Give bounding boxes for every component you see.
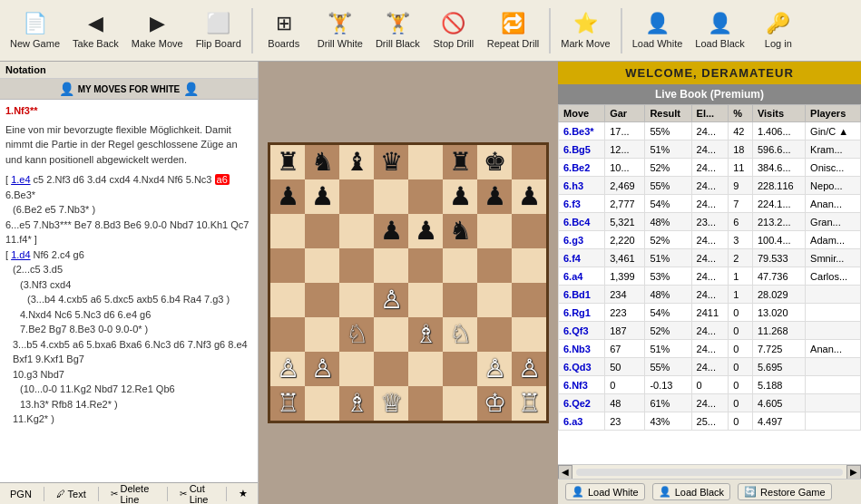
- square-h1[interactable]: ♖: [512, 386, 546, 421]
- square-g8[interactable]: ♚: [477, 145, 512, 179]
- livebook-cell-0[interactable]: 6.Qe2: [559, 394, 605, 412]
- square-f8[interactable]: ♜: [443, 145, 477, 179]
- square-h8[interactable]: [512, 145, 546, 179]
- livebook-cell-0[interactable]: 6.Nf3: [559, 376, 605, 394]
- livebook-cell-0[interactable]: 6.Be2: [559, 159, 605, 177]
- square-e7[interactable]: [408, 179, 443, 214]
- square-f6[interactable]: ♞: [443, 214, 477, 248]
- square-h4[interactable]: [512, 283, 546, 317]
- livebook-cell-0[interactable]: 6.f3: [559, 195, 605, 213]
- square-d1[interactable]: ♕: [374, 386, 408, 421]
- repeat-drill-button[interactable]: 🔁 Repeat Drill: [481, 3, 545, 59]
- square-f4[interactable]: [443, 283, 477, 317]
- square-b8[interactable]: ♞: [305, 145, 339, 179]
- livebook-cell-0[interactable]: 6.h3: [559, 177, 605, 195]
- square-a7[interactable]: ♟: [270, 179, 305, 214]
- new-game-button[interactable]: 📄 New Game: [4, 3, 66, 59]
- square-b7[interactable]: ♟: [305, 179, 339, 214]
- square-g1[interactable]: ♔: [477, 386, 512, 421]
- notation-content[interactable]: 1.Nf3** Eine von mir bevorzugte flexible…: [0, 100, 258, 482]
- square-c8[interactable]: ♝: [339, 145, 374, 179]
- boards-button[interactable]: ⊞ Boards: [257, 3, 311, 59]
- square-f3[interactable]: ♘: [443, 317, 477, 352]
- square-h5[interactable]: [512, 248, 546, 283]
- square-a2[interactable]: ♙: [270, 352, 305, 386]
- stop-drill-button[interactable]: 🚫 Stop Drill: [426, 3, 481, 59]
- square-f5[interactable]: [443, 248, 477, 283]
- livebook-cell-0[interactable]: 6.Bd1: [559, 286, 605, 304]
- square-d2[interactable]: [374, 352, 408, 386]
- square-d8[interactable]: ♛: [374, 145, 408, 179]
- log-in-button[interactable]: 🔑 Log in: [751, 3, 806, 59]
- livebook-cell-0[interactable]: 6.Be3*: [559, 122, 605, 141]
- livebook-cell-0[interactable]: 6.f4: [559, 249, 605, 267]
- make-move-button[interactable]: ▶ Make Move: [125, 3, 190, 59]
- scroll-right-button[interactable]: ▶: [846, 465, 861, 480]
- livebook-cell-0[interactable]: 6.a4: [559, 267, 605, 286]
- square-f2[interactable]: [443, 352, 477, 386]
- square-h6[interactable]: [512, 214, 546, 248]
- bookmark-button[interactable]: ★: [234, 486, 252, 501]
- square-c4[interactable]: [339, 283, 374, 317]
- scroll-left-button[interactable]: ◀: [558, 465, 572, 480]
- square-h3[interactable]: [512, 317, 546, 352]
- square-d3[interactable]: [374, 317, 408, 352]
- square-a1[interactable]: ♖: [270, 386, 305, 421]
- cut-line-button[interactable]: ✂ Cut Line: [175, 481, 220, 505]
- square-c1[interactable]: ♗: [339, 386, 374, 421]
- square-d6[interactable]: ♟: [374, 214, 408, 248]
- square-e4[interactable]: [408, 283, 443, 317]
- square-c2[interactable]: [339, 352, 374, 386]
- pgn-button[interactable]: PGN: [5, 487, 36, 501]
- livebook-cell-0[interactable]: 6.Nb3: [559, 340, 605, 358]
- square-c5[interactable]: [339, 248, 374, 283]
- bottom-scrollbar[interactable]: ◀ ▶: [558, 464, 861, 479]
- horizontal-scrollbar[interactable]: [576, 469, 843, 476]
- livebook-cell-0[interactable]: 6.Rg1: [559, 304, 605, 322]
- bottom-load-black-button[interactable]: 👤 Load Black: [652, 483, 730, 500]
- square-b1[interactable]: [305, 386, 339, 421]
- take-back-button[interactable]: ◀ Take Back: [66, 3, 125, 59]
- square-c3[interactable]: ♘: [339, 317, 374, 352]
- square-c6[interactable]: [339, 214, 374, 248]
- square-b5[interactable]: [305, 248, 339, 283]
- square-d4[interactable]: ♙: [374, 283, 408, 317]
- square-b4[interactable]: [305, 283, 339, 317]
- square-h2[interactable]: ♙: [512, 352, 546, 386]
- restore-game-button[interactable]: 🔄 Restore Game: [738, 483, 832, 500]
- square-g7[interactable]: ♟: [477, 179, 512, 214]
- square-a5[interactable]: [270, 248, 305, 283]
- square-f1[interactable]: [443, 386, 477, 421]
- square-d7[interactable]: [374, 179, 408, 214]
- square-a3[interactable]: [270, 317, 305, 352]
- square-h7[interactable]: ♟: [512, 179, 546, 214]
- livebook-cell-0[interactable]: 6.g3: [559, 231, 605, 249]
- mark-move-button[interactable]: ⭐ Mark Move: [554, 3, 616, 59]
- drill-white-button[interactable]: 🏋 Drill White: [311, 3, 369, 59]
- livebook-scroll[interactable]: Move Gar Result El... % Visits Players 6…: [558, 104, 861, 464]
- livebook-cell-0[interactable]: 6.Qf3: [559, 322, 605, 340]
- livebook-cell-0[interactable]: 6.a3: [559, 412, 605, 431]
- load-black-button[interactable]: 👤 Load Black: [689, 3, 750, 59]
- square-b2[interactable]: ♙: [305, 352, 339, 386]
- square-e1[interactable]: [408, 386, 443, 421]
- bottom-load-white-button[interactable]: 👤 Load White: [565, 483, 645, 500]
- text-button[interactable]: 🖊 Text: [52, 487, 91, 501]
- square-g6[interactable]: [477, 214, 512, 248]
- square-a4[interactable]: [270, 283, 305, 317]
- square-g3[interactable]: [477, 317, 512, 352]
- square-d5[interactable]: [374, 248, 408, 283]
- drill-black-button[interactable]: 🏋 Drill Black: [369, 3, 426, 59]
- square-e3[interactable]: ♗: [408, 317, 443, 352]
- square-g2[interactable]: ♙: [477, 352, 512, 386]
- livebook-cell-0[interactable]: 6.Bg5: [559, 141, 605, 159]
- delete-line-button[interactable]: ✂ Delete Line: [106, 481, 160, 505]
- square-b6[interactable]: [305, 214, 339, 248]
- flip-board-button[interactable]: ⬜ Flip Board: [190, 3, 248, 59]
- square-c7[interactable]: [339, 179, 374, 214]
- livebook-cell-0[interactable]: 6.Bc4: [559, 213, 605, 231]
- square-g5[interactable]: [477, 248, 512, 283]
- load-white-button[interactable]: 👤 Load White: [626, 3, 690, 59]
- square-e6[interactable]: ♟: [408, 214, 443, 248]
- square-f7[interactable]: ♟: [443, 179, 477, 214]
